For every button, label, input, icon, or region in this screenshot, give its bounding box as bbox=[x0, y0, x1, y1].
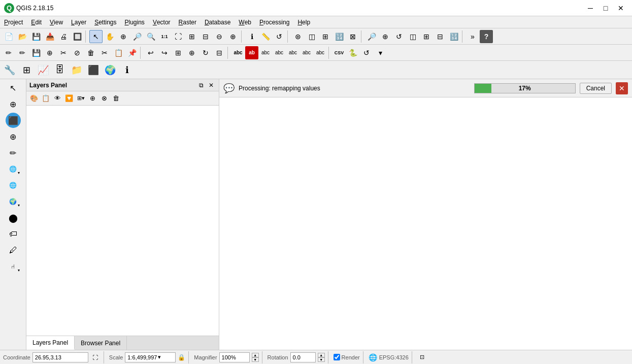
zoom-actual-button[interactable]: 1:1 bbox=[158, 30, 171, 43]
identify2-button[interactable]: 🔎 bbox=[365, 30, 378, 43]
label4-button[interactable]: abc bbox=[273, 46, 286, 59]
rotation-up[interactable]: ▲ bbox=[318, 353, 325, 357]
digitize2-button[interactable]: 🖊 bbox=[6, 243, 21, 258]
identify-button[interactable]: ℹ bbox=[245, 30, 258, 43]
wcs-button[interactable]: 🌐 bbox=[6, 178, 21, 193]
print-preview-button[interactable]: 🔲 bbox=[71, 30, 84, 43]
add-part-button[interactable]: ⊞ bbox=[172, 46, 185, 59]
cancel-button[interactable]: Cancel bbox=[580, 83, 612, 94]
select-attr-button[interactable]: ⊛ bbox=[291, 30, 305, 43]
no-selection-button[interactable]: ⊠ bbox=[346, 30, 359, 43]
copy-features-button[interactable]: 📋 bbox=[112, 46, 125, 59]
menu-web[interactable]: Web bbox=[235, 16, 255, 28]
edit-features-button[interactable]: ✏ bbox=[16, 46, 29, 59]
label6-button[interactable]: abc bbox=[300, 46, 313, 59]
pan-to-selection-button[interactable]: ⊕ bbox=[117, 30, 130, 43]
close-button[interactable]: ✕ bbox=[614, 2, 628, 14]
close-processing-button[interactable]: ✕ bbox=[616, 82, 628, 94]
select-tool-button[interactable]: ↖ bbox=[89, 30, 103, 43]
render-checkbox[interactable] bbox=[334, 354, 340, 360]
print-composer-button[interactable]: 🖨 bbox=[57, 30, 70, 43]
layer-expand-button[interactable]: ⊞▾ bbox=[75, 93, 86, 104]
layer-addall-button[interactable]: ⊕ bbox=[87, 93, 98, 104]
tips-button[interactable]: ⊕ bbox=[379, 30, 392, 43]
osm-button[interactable]: ⬤ bbox=[6, 210, 21, 225]
measure-button[interactable]: 📏 bbox=[259, 30, 272, 43]
select3-button[interactable]: ⊞ bbox=[420, 30, 433, 43]
crs-label[interactable]: EPSG:4326 bbox=[379, 354, 409, 360]
open-project-button[interactable]: 📂 bbox=[16, 30, 29, 43]
menu-project[interactable]: Project bbox=[0, 16, 27, 28]
label3-button[interactable]: abc bbox=[259, 46, 272, 59]
magnifier-input[interactable]: 100% bbox=[219, 352, 250, 362]
vertex-tool-button[interactable]: ⬛ bbox=[6, 113, 21, 128]
reshape-button[interactable]: ⊘ bbox=[71, 46, 84, 59]
map-canvas[interactable] bbox=[219, 97, 632, 350]
wrench-button[interactable]: 🔧 bbox=[2, 62, 17, 78]
digitize-button[interactable]: ✏ bbox=[6, 145, 21, 160]
layer-visibility-button[interactable]: 👁 bbox=[52, 93, 63, 104]
zoom-in-button[interactable]: 🔎 bbox=[130, 30, 144, 43]
save-button[interactable]: 💾 bbox=[29, 30, 43, 43]
globe-plugin-button[interactable]: 🌍 bbox=[103, 62, 118, 78]
panel-float-button[interactable]: ⧉ bbox=[196, 81, 206, 90]
panel-close-button[interactable]: ✕ bbox=[207, 81, 216, 90]
info-plugin-button[interactable]: ℹ bbox=[119, 62, 135, 78]
plugin-down-button[interactable]: ▾ bbox=[374, 46, 387, 59]
rotation-down[interactable]: ▼ bbox=[318, 357, 325, 362]
undo-button[interactable]: ↩ bbox=[144, 46, 157, 59]
coordinate-input[interactable] bbox=[32, 352, 88, 362]
zoom-selection-button[interactable]: ⊟ bbox=[199, 30, 212, 43]
simplify-button[interactable]: ⊟ bbox=[213, 46, 226, 59]
label1-button[interactable]: abc bbox=[231, 46, 245, 59]
layer-removeall-button[interactable]: ⊗ bbox=[98, 93, 110, 104]
chart-button[interactable]: 📈 bbox=[36, 62, 51, 78]
calendar-button[interactable]: ⬛ bbox=[86, 62, 101, 78]
maximize-button[interactable]: □ bbox=[598, 2, 613, 14]
zoom-layer-button[interactable]: ⊞ bbox=[185, 30, 198, 43]
calculator-button[interactable]: 🔢 bbox=[447, 30, 460, 43]
tab-browser-panel[interactable]: Browser Panel bbox=[75, 336, 127, 350]
zoom-out-button[interactable]: 🔍 bbox=[144, 30, 157, 43]
layer-style-button[interactable]: 🎨 bbox=[28, 93, 40, 104]
table-button[interactable]: ⊟ bbox=[434, 30, 447, 43]
split-button[interactable]: ✂ bbox=[57, 46, 70, 59]
layer-copy-button[interactable]: 📋 bbox=[40, 93, 51, 104]
pan-tool-button[interactable]: ✋ bbox=[103, 30, 116, 43]
move-vertex-button[interactable]: ⊕ bbox=[185, 46, 198, 59]
add-ring-button[interactable]: ⊕ bbox=[43, 46, 56, 59]
field-calc-button[interactable]: 🔢 bbox=[332, 30, 346, 43]
save-as-button[interactable]: 📥 bbox=[43, 30, 56, 43]
grid-button[interactable]: ⊞ bbox=[19, 62, 34, 78]
add-feature-button[interactable]: ⊕ bbox=[6, 96, 21, 112]
label5-button[interactable]: abc bbox=[286, 46, 300, 59]
select-location-button[interactable]: ◫ bbox=[305, 30, 318, 43]
tab-layers-panel[interactable]: Layers Panel bbox=[26, 336, 75, 350]
toggle-extents-button[interactable]: ⛶ bbox=[90, 352, 101, 362]
plugin-reload-button[interactable]: ↺ bbox=[360, 46, 373, 59]
refresh-button[interactable]: ↺ bbox=[273, 30, 286, 43]
save-edits-button[interactable]: 💾 bbox=[29, 46, 43, 59]
label2-button[interactable]: ab bbox=[245, 46, 258, 59]
magnifier-down[interactable]: ▼ bbox=[252, 357, 259, 362]
lock-scale-icon[interactable]: 🔒 bbox=[178, 354, 185, 361]
scale-dropdown-icon[interactable]: ▾ bbox=[158, 354, 161, 360]
menu-help[interactable]: Help bbox=[293, 16, 314, 28]
zoom-last-button[interactable]: ⊖ bbox=[213, 30, 226, 43]
menu-raster[interactable]: Raster bbox=[175, 16, 201, 28]
edit-pencil-button[interactable]: ✏ bbox=[2, 46, 15, 59]
more-button[interactable]: » bbox=[466, 30, 479, 43]
menu-view[interactable]: View bbox=[46, 16, 67, 28]
menu-plugins[interactable]: Plugins bbox=[121, 16, 149, 28]
select-tool-left[interactable]: ↖ bbox=[6, 80, 21, 95]
refresh2-button[interactable]: ↺ bbox=[392, 30, 406, 43]
cut-features-button[interactable]: ✂ bbox=[98, 46, 111, 59]
menu-vector[interactable]: Vector bbox=[149, 16, 175, 28]
zoom-full-button[interactable]: ⛶ bbox=[172, 30, 185, 43]
minimize-button[interactable]: ─ bbox=[583, 2, 597, 14]
layer-filter-button[interactable]: 🔽 bbox=[63, 93, 75, 104]
zoom-next-button[interactable]: ⊕ bbox=[226, 30, 240, 43]
rotate-button[interactable]: ↻ bbox=[199, 46, 212, 59]
menu-edit[interactable]: Edit bbox=[27, 16, 46, 28]
menu-layer[interactable]: Layer bbox=[67, 16, 90, 28]
